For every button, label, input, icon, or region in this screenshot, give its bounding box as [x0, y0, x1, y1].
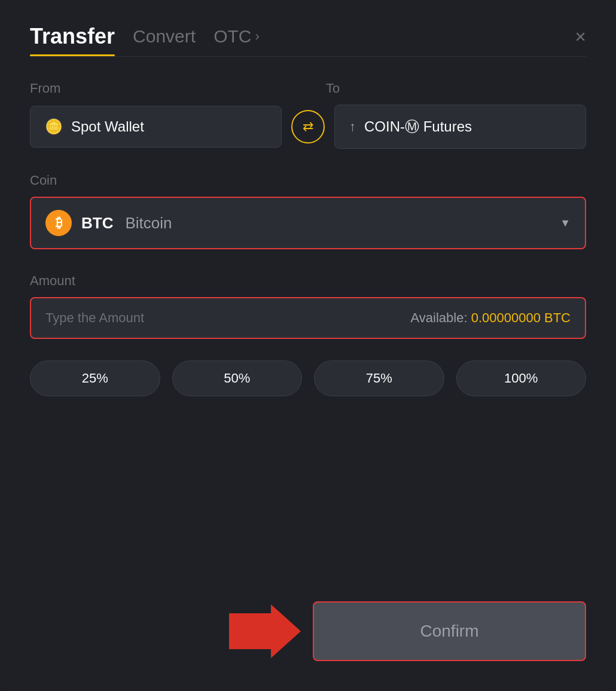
svg-marker-0	[229, 604, 301, 658]
available-text: Available: 0.00000000 BTC	[411, 310, 571, 326]
from-wallet-label: Spot Wallet	[71, 118, 144, 135]
swap-button[interactable]: ⇄	[291, 110, 325, 143]
tab-transfer[interactable]: Transfer	[30, 24, 115, 56]
from-to-controls: 🪙 Spot Wallet ⇄ ↑ COIN-Ⓜ Futures	[30, 105, 586, 149]
from-to-labels: From To	[30, 81, 586, 96]
chevron-right-icon: ›	[255, 29, 259, 44]
coin-section-label: Coin	[30, 173, 586, 188]
wallet-icon: 🪙	[45, 118, 63, 135]
percentage-buttons: 25% 50% 75% 100%	[30, 360, 586, 396]
from-to-section: From To 🪙 Spot Wallet ⇄ ↑ COIN-Ⓜ Futures	[30, 81, 586, 149]
swap-icon: ⇄	[303, 119, 313, 134]
confirm-button[interactable]: Confirm	[313, 601, 586, 661]
header-divider	[30, 56, 586, 57]
pct-75-button[interactable]: 75%	[314, 360, 444, 396]
to-wallet-selector[interactable]: ↑ COIN-Ⓜ Futures	[334, 105, 586, 149]
amount-section-label: Amount	[30, 273, 586, 289]
from-label: From	[30, 81, 290, 96]
transfer-modal: Transfer Convert OTC › × From To 🪙 Spot …	[0, 0, 616, 691]
bottom-section: Confirm	[30, 589, 586, 661]
tab-convert[interactable]: Convert	[133, 26, 196, 54]
available-label: Available:	[411, 310, 468, 325]
header-tabs: Transfer Convert OTC › ×	[30, 24, 586, 56]
chevron-down-icon: ▼	[560, 217, 571, 230]
pct-50-button[interactable]: 50%	[172, 360, 303, 396]
to-wallet-label: COIN-Ⓜ Futures	[364, 117, 472, 136]
tab-otc-label: OTC	[214, 26, 251, 47]
coin-selector[interactable]: ₿ BTC Bitcoin ▼	[30, 197, 586, 249]
pct-100-button[interactable]: 100%	[456, 360, 587, 396]
tab-otc[interactable]: OTC ›	[214, 26, 260, 54]
coin-name: Bitcoin	[125, 214, 172, 233]
from-wallet-selector[interactable]: 🪙 Spot Wallet	[30, 106, 282, 148]
coin-symbol: BTC	[81, 214, 113, 233]
btc-icon: ₿	[45, 210, 72, 236]
red-arrow-icon	[229, 604, 301, 658]
amount-section: Amount Available: 0.00000000 BTC	[30, 273, 586, 339]
amount-input[interactable]	[45, 310, 411, 326]
coin-section: Coin ₿ BTC Bitcoin ▼	[30, 173, 586, 249]
futures-icon: ↑	[349, 119, 356, 134]
to-label: To	[326, 81, 586, 96]
close-button[interactable]: ×	[575, 27, 586, 53]
pct-25-button[interactable]: 25%	[30, 360, 160, 396]
available-value: 0.00000000 BTC	[471, 310, 571, 325]
amount-box: Available: 0.00000000 BTC	[30, 297, 586, 339]
arrow-container	[30, 604, 313, 658]
